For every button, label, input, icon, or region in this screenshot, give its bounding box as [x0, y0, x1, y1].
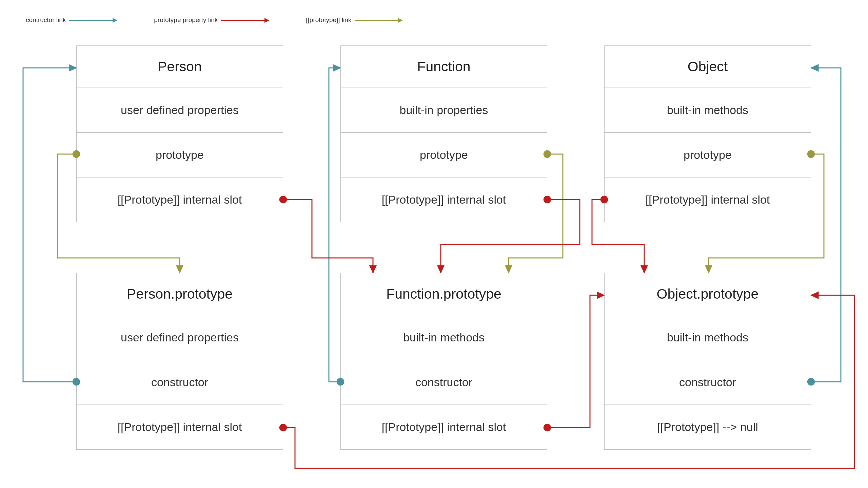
box-person-proto-row3: [[Prototype]] internal slot	[77, 405, 283, 449]
legend-proto-slot: [[prototype]] link	[306, 16, 402, 24]
box-function-row1: built-in properties	[341, 88, 547, 133]
box-object-proto-row2: constructor	[605, 360, 811, 405]
legend: contructor link prototype property link …	[26, 16, 402, 24]
box-function-row3: [[Prototype]] internal slot	[341, 177, 547, 222]
box-function-proto-row2: constructor	[341, 360, 547, 405]
box-function-proto-row3: [[Prototype]] internal slot	[341, 405, 547, 449]
box-person-title: Person	[77, 46, 283, 88]
box-person-row2: prototype	[77, 133, 283, 177]
arrow-icon	[69, 20, 117, 21]
box-object: Object built-in methods prototype [[Prot…	[604, 45, 811, 222]
box-object-row2: prototype	[605, 133, 811, 177]
box-function: Function built-in properties prototype […	[340, 45, 547, 222]
box-function-proto-title: Function.prototype	[341, 273, 547, 315]
box-person-proto-row1: user defined properties	[77, 315, 283, 360]
arrow-icon	[221, 20, 269, 21]
box-object-proto-row3: [[Prototype]] --> null	[605, 405, 811, 449]
box-object-title: Object	[605, 46, 811, 88]
legend-proto-prop-label: prototype property link	[154, 16, 218, 24]
box-person-proto-row2: constructor	[77, 360, 283, 405]
box-person: Person user defined properties prototype…	[76, 45, 283, 222]
legend-constructor: contructor link	[26, 16, 117, 24]
box-object-proto-title: Object.prototype	[605, 273, 811, 315]
legend-proto-slot-label: [[prototype]] link	[306, 16, 351, 24]
box-object-proto-row1: built-in methods	[605, 315, 811, 360]
box-object-row3: [[Prototype]] internal slot	[605, 177, 811, 222]
box-object-row1: built-in methods	[605, 88, 811, 133]
box-function-row2: prototype	[341, 133, 547, 177]
box-function-proto-row1: built-in methods	[341, 315, 547, 360]
box-person-proto-title: Person.prototype	[77, 273, 283, 315]
legend-constructor-label: contructor link	[26, 16, 66, 24]
box-object-prototype: Object.prototype built-in methods constr…	[604, 273, 811, 450]
box-function-title: Function	[341, 46, 547, 88]
box-person-row1: user defined properties	[77, 88, 283, 133]
box-function-prototype: Function.prototype built-in methods cons…	[340, 273, 547, 450]
legend-proto-prop: prototype property link	[154, 16, 269, 24]
arrow-icon	[355, 20, 402, 21]
box-person-prototype: Person.prototype user defined properties…	[76, 273, 283, 450]
box-person-row3: [[Prototype]] internal slot	[77, 177, 283, 222]
